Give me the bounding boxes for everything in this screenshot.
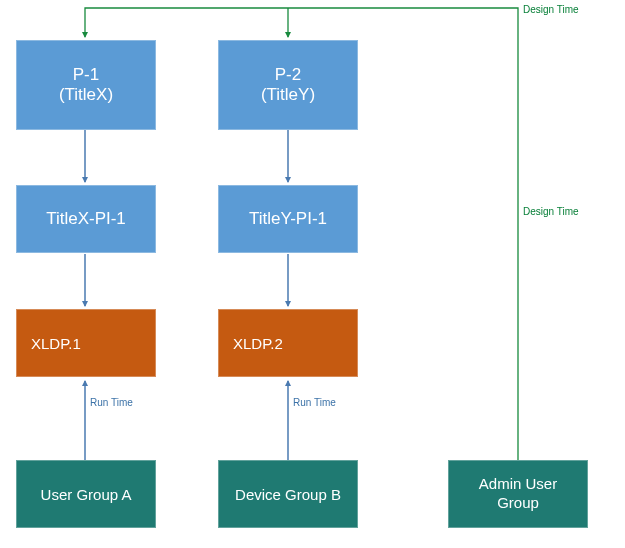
node-pi1: TitleX-PI-1 bbox=[16, 185, 156, 253]
node-xldp1-label: XLDP.1 bbox=[31, 335, 81, 352]
node-p1: P-1 (TitleX) bbox=[16, 40, 156, 130]
node-p2-line2: (TitleY) bbox=[261, 85, 315, 105]
node-xldp1: XLDP.1 bbox=[16, 309, 156, 377]
label-runtime-left: Run Time bbox=[90, 398, 133, 408]
node-xldp2: XLDP.2 bbox=[218, 309, 358, 377]
node-pi2-label: TitleY-PI-1 bbox=[249, 209, 327, 229]
node-xldp2-label: XLDP.2 bbox=[233, 335, 283, 352]
node-device-group-b-label: Device Group B bbox=[235, 486, 341, 503]
node-p1-line2: (TitleX) bbox=[59, 85, 113, 105]
node-p1-line1: P-1 bbox=[59, 65, 113, 85]
node-pi2: TitleY-PI-1 bbox=[218, 185, 358, 253]
node-admin-line2: Group bbox=[479, 494, 557, 513]
node-p2: P-2 (TitleY) bbox=[218, 40, 358, 130]
node-device-group-b: Device Group B bbox=[218, 460, 358, 528]
label-designtime-side: Design Time bbox=[523, 207, 579, 217]
node-admin-line1: Admin User bbox=[479, 475, 557, 494]
node-user-group-a-label: User Group A bbox=[41, 486, 132, 503]
node-pi1-label: TitleX-PI-1 bbox=[46, 209, 126, 229]
label-designtime-top: Design Time bbox=[523, 5, 579, 15]
node-user-group-a: User Group A bbox=[16, 460, 156, 528]
node-admin-user-group: Admin User Group bbox=[448, 460, 588, 528]
label-runtime-right: Run Time bbox=[293, 398, 336, 408]
node-p2-line1: P-2 bbox=[261, 65, 315, 85]
